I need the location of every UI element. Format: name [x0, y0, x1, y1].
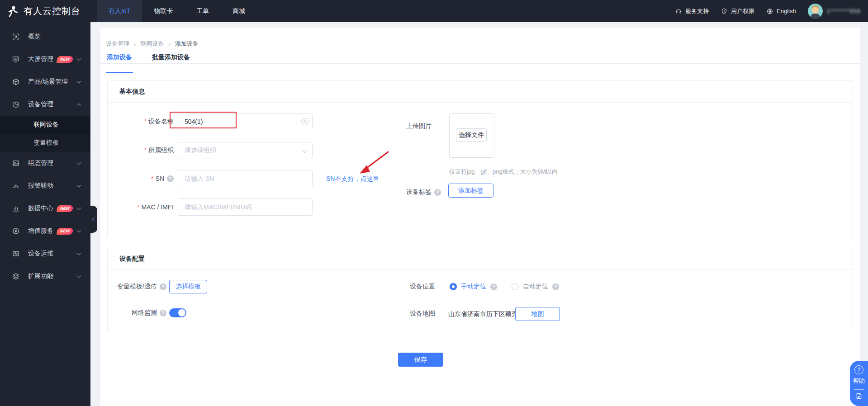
sn-label: SN: [108, 170, 174, 187]
bar-chart-icon: [12, 204, 20, 212]
device-location-label-text: 设备位置: [410, 283, 435, 291]
variable-template-label-text: 变量模板/透传: [117, 283, 157, 291]
sn-help-icon[interactable]: [167, 175, 174, 182]
map-button[interactable]: 地图: [515, 307, 560, 321]
headset-icon: [675, 8, 682, 15]
mac-input[interactable]: [178, 198, 313, 216]
sidebar-item-alarm-linkage[interactable]: 报警联动: [0, 175, 90, 197]
sidebar-item-device-ops[interactable]: 设备运维: [0, 242, 90, 265]
topnav-tab-sim[interactable]: 物联卡: [142, 0, 185, 22]
language-switch[interactable]: English: [766, 8, 796, 15]
sidebar-item-label: 扩展功能: [28, 272, 53, 280]
sn-input[interactable]: [178, 170, 313, 187]
auto-location-label[interactable]: 自动定位: [523, 283, 548, 291]
cube-icon: [12, 78, 20, 86]
network-monitor-help-icon[interactable]: [160, 310, 166, 316]
image-icon: [12, 159, 20, 167]
topnav-tab-iot[interactable]: 有人IoT: [97, 0, 142, 22]
sidebar-item-extensions[interactable]: 扩展功能: [0, 265, 90, 288]
value-added-icon: [12, 227, 20, 235]
organization-label: 所属组织: [108, 142, 174, 159]
sidebar-item-label: 产品/场景管理: [28, 78, 68, 86]
service-support-label: 服务支持: [685, 7, 709, 15]
tabs-divider: [100, 63, 860, 64]
sidebar-item-product-mgmt[interactable]: 产品/场景管理: [0, 71, 90, 93]
sidebar-item-data-center[interactable]: 数据中心 NEW: [0, 197, 90, 220]
save-button[interactable]: 保存: [398, 353, 443, 367]
choose-file-button[interactable]: 选择文件: [456, 128, 487, 142]
sidebar-collapse-handle[interactable]: [90, 206, 97, 233]
upload-hint: 仅支持jpg、gif、png格式；大小为5M以内: [449, 168, 558, 176]
breadcrumb-device-mgmt[interactable]: 设备管理: [106, 40, 129, 48]
chevron-down-icon: [77, 274, 81, 278]
device-config-title: 设备配置: [108, 248, 853, 270]
sidebar-item-scada-mgmt[interactable]: 组态管理: [0, 152, 90, 175]
manual-location-help-icon[interactable]: [490, 283, 497, 290]
network-monitor-label-text: 网络监测: [132, 309, 157, 317]
breadcrumb-separator: ›: [134, 41, 136, 47]
page-tabs: 添加设备 批量添加设备: [106, 53, 191, 64]
sn-not-supported-link[interactable]: SN不支持，点这里: [326, 175, 379, 183]
device-name-label: 设备名称: [108, 113, 174, 130]
tab-batch-add-device[interactable]: 批量添加设备: [151, 53, 191, 64]
sidebar-subitem-variable-templates[interactable]: 变量模板: [0, 134, 90, 152]
sidebar-item-label: 增值服务: [28, 227, 53, 235]
upload-image-label-text: 上传图片: [406, 122, 432, 130]
sidebar-item-label: 概览: [28, 33, 41, 41]
logo[interactable]: 有人云控制台: [6, 0, 81, 22]
choose-template-button[interactable]: 选择模板: [169, 280, 207, 293]
screen-icon: [12, 55, 20, 63]
layers-icon: [12, 272, 20, 280]
service-support[interactable]: 服务支持: [675, 7, 709, 15]
device-tag-help-icon[interactable]: [434, 189, 441, 196]
clear-input-icon[interactable]: [301, 118, 308, 125]
device-map-label: 设备地图: [410, 307, 436, 321]
breadcrumb-add-device: 添加设备: [175, 40, 199, 48]
sidebar-item-screen-mgmt[interactable]: 大屏管理 NEW: [0, 48, 90, 71]
chevron-left-icon: [92, 217, 96, 221]
network-monitor-toggle[interactable]: [169, 308, 186, 317]
device-map-label-text: 设备地图: [410, 310, 435, 318]
breadcrumb-networked-devices[interactable]: 联网设备: [140, 40, 164, 48]
topbar: 有人云控制台 有人IoT 物联卡 工单 商城 服务支持 用户权限: [0, 0, 868, 22]
account-menu[interactable]: 1*******956: [808, 4, 861, 19]
topnav-tab-ticket[interactable]: 工单: [185, 0, 221, 22]
new-badge: NEW: [57, 205, 73, 212]
upload-image-label: 上传图片: [406, 118, 432, 135]
mac-label: MAC / IMEI: [108, 198, 174, 216]
add-tag-button[interactable]: 添加标签: [448, 184, 493, 198]
sidebar-item-label: 数据中心: [28, 204, 53, 212]
organization-placeholder: 请选择组织: [185, 146, 216, 155]
sidebar-item-value-added[interactable]: 增值服务 NEW: [0, 220, 90, 242]
device-map-address: 山东省济南市历下区颖秀路: [448, 310, 524, 318]
pie-chart-icon: [12, 100, 20, 109]
account-phone[interactable]: 1*******956: [827, 8, 861, 14]
avatar[interactable]: [808, 4, 823, 19]
sidebar-item-overview[interactable]: 概览: [0, 25, 90, 48]
sidebar-item-device-mgmt[interactable]: 设备管理: [0, 93, 90, 116]
auto-location-radio[interactable]: [512, 283, 519, 290]
sidebar-item-label: 报警联动: [28, 182, 53, 190]
topnav-tab-mall[interactable]: 商城: [221, 0, 257, 22]
auto-location-help-icon[interactable]: [552, 283, 559, 290]
chevron-up-icon: [77, 104, 81, 108]
network-monitor-label: 网络监测: [108, 306, 166, 320]
sidebar-item-label: 设备运维: [28, 250, 53, 258]
manual-location-radio[interactable]: [450, 283, 457, 290]
variable-template-help-icon[interactable]: [160, 283, 166, 290]
new-badge: NEW: [57, 228, 73, 235]
device-config-card: 设备配置 变量模板/透传 选择模板 网络监测 设备位置 手动定位 自动定位: [107, 248, 853, 332]
overview-icon: [12, 33, 20, 41]
feedback-doc-icon[interactable]: [855, 392, 863, 400]
manual-location-label[interactable]: 手动定位: [461, 283, 486, 291]
sidebar-subitem-networked-devices[interactable]: 联网设备: [0, 116, 90, 134]
sidebar-item-label: 组态管理: [28, 159, 53, 167]
help-label[interactable]: 帮助: [853, 377, 865, 385]
organization-select[interactable]: 请选择组织: [178, 142, 313, 159]
tab-add-device[interactable]: 添加设备: [106, 53, 133, 64]
help-divider: [854, 389, 864, 390]
help-question-icon[interactable]: [854, 365, 863, 374]
user-permission[interactable]: 用户权限: [721, 7, 754, 15]
language-label: English: [777, 8, 796, 14]
device-name-input[interactable]: [178, 113, 313, 130]
